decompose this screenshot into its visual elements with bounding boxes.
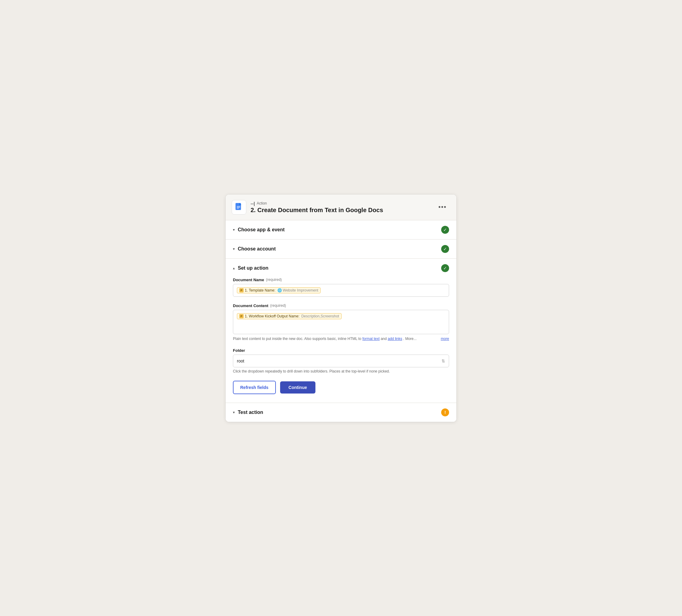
folder-select[interactable]: root ⇅ — [233, 355, 449, 368]
refresh-fields-button[interactable]: Refresh fields — [233, 381, 276, 394]
folder-value: root — [237, 358, 244, 363]
document-content-help: Plain text content to put inside the new… — [233, 336, 449, 341]
app-icon — [232, 200, 246, 215]
setup-action-left: ▴ Set up action — [233, 265, 268, 271]
page-title: 2. Create Document from Text in Google D… — [251, 207, 432, 214]
card-header: --| Action 2. Create Document from Text … — [226, 194, 456, 220]
action-buttons: Refresh fields Continue — [233, 381, 449, 394]
main-card: --| Action 2. Create Document from Text … — [225, 194, 457, 422]
setup-action-status-icon: ✓ — [441, 264, 449, 272]
more-options-button[interactable]: ••• — [436, 203, 449, 212]
document-name-input[interactable]: P 1. Template Name: 🌐 Website Improvemen… — [233, 284, 449, 297]
choose-app-left: ▾ Choose app & event — [233, 227, 285, 233]
tag-p-icon: P — [239, 288, 244, 292]
document-name-label: Document Name (required) — [233, 278, 449, 282]
chevron-down-icon-3: ▾ — [233, 410, 235, 414]
choose-account-status-icon: ✓ — [441, 245, 449, 253]
document-content-input[interactable]: P 1. Workflow Kickoff Output Name: Descr… — [233, 310, 449, 334]
tag-p-icon-2: P — [239, 314, 244, 318]
choose-app-title: Choose app & event — [238, 227, 285, 233]
chevron-down-icon-2: ▾ — [233, 247, 235, 251]
tag-prefix-text-2: 1. Workflow Kickoff Output Name: — [245, 314, 300, 318]
choose-account-section: ▾ Choose account ✓ — [226, 239, 456, 259]
continue-button[interactable]: Continue — [280, 381, 316, 394]
setup-action-header[interactable]: ▴ Set up action ✓ — [226, 259, 456, 278]
choose-account-header[interactable]: ▾ Choose account ✓ — [226, 239, 456, 258]
svg-rect-3 — [237, 207, 240, 208]
tag-globe-icon: 🌐 — [277, 288, 282, 292]
header-text: --| Action 2. Create Document from Text … — [251, 201, 432, 214]
choose-app-status-icon: ✓ — [441, 226, 449, 234]
choose-app-header[interactable]: ▾ Choose app & event ✓ — [226, 220, 456, 239]
test-action-warning-icon: ! — [441, 408, 449, 416]
svg-rect-2 — [237, 206, 240, 207]
folder-help-text: Click the dropdown repeatedly to drill d… — [233, 369, 449, 374]
document-content-label: Document Content (required) — [233, 303, 449, 308]
divider-icon: --| — [251, 201, 255, 206]
format-text-link[interactable]: format text — [362, 337, 380, 341]
tag-prefix-text: 1. Template Name: — [245, 288, 275, 292]
setup-action-title: Set up action — [238, 265, 268, 271]
add-links-link[interactable]: add links — [388, 337, 402, 341]
test-action-section: ▾ Test action ! — [226, 403, 456, 422]
up-down-arrows-icon: ⇅ — [441, 358, 445, 363]
action-label: --| Action — [251, 201, 432, 206]
test-action-header[interactable]: ▾ Test action ! — [226, 403, 456, 422]
folder-field: Folder root ⇅ Click the dropdown repeate… — [233, 348, 449, 374]
chevron-down-icon: ▾ — [233, 228, 235, 232]
action-text: Action — [257, 201, 267, 206]
document-content-tag: P 1. Workflow Kickoff Output Name: Descr… — [237, 313, 342, 319]
choose-app-section: ▾ Choose app & event ✓ — [226, 220, 456, 239]
document-name-field: Document Name (required) P 1. Template N… — [233, 278, 449, 297]
document-name-tag: P 1. Template Name: 🌐 Website Improvemen… — [237, 287, 321, 293]
svg-rect-4 — [237, 208, 239, 209]
choose-account-left: ▾ Choose account — [233, 246, 275, 252]
setup-action-body: Document Name (required) P 1. Template N… — [226, 278, 456, 403]
chevron-up-icon: ▴ — [233, 266, 235, 270]
test-action-left: ▾ Test action — [233, 410, 263, 415]
tag-value-text: 🌐 Website Improvement — [277, 288, 318, 292]
choose-account-title: Choose account — [238, 246, 275, 252]
folder-label: Folder — [233, 348, 449, 353]
more-link[interactable]: more — [441, 336, 449, 341]
tag-value-text-2: Description,Screenshot — [301, 314, 339, 318]
setup-action-section: ▴ Set up action ✓ Document Name (require… — [226, 259, 456, 403]
test-action-title: Test action — [238, 410, 263, 415]
document-content-field: Document Content (required) P 1. Workflo… — [233, 303, 449, 341]
